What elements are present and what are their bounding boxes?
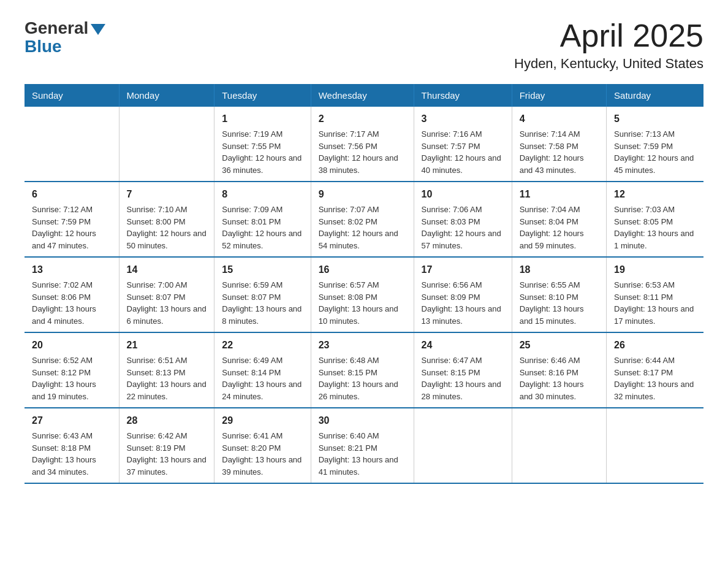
day-number: 10 xyxy=(422,187,504,202)
table-row: 15Sunrise: 6:59 AM Sunset: 8:07 PM Dayli… xyxy=(214,257,311,332)
logo-blue-text: Blue xyxy=(25,37,62,56)
day-info: Sunrise: 7:09 AM Sunset: 8:01 PM Dayligh… xyxy=(222,204,303,251)
day-number: 12 xyxy=(614,187,696,202)
day-number: 23 xyxy=(319,338,406,353)
day-info: Sunrise: 6:59 AM Sunset: 8:07 PM Dayligh… xyxy=(222,279,303,327)
table-row: 24Sunrise: 6:47 AM Sunset: 8:15 PM Dayli… xyxy=(414,332,512,408)
header-tuesday: Tuesday xyxy=(214,84,311,107)
day-info: Sunrise: 6:41 AM Sunset: 8:20 PM Dayligh… xyxy=(222,430,303,478)
table-row xyxy=(512,408,606,483)
day-number: 1 xyxy=(222,112,303,126)
day-number: 28 xyxy=(127,413,207,428)
calendar-week-row: 1Sunrise: 7:19 AM Sunset: 7:55 PM Daylig… xyxy=(25,107,703,182)
day-number: 20 xyxy=(32,338,112,353)
day-info: Sunrise: 7:12 AM Sunset: 7:59 PM Dayligh… xyxy=(32,204,112,251)
day-info: Sunrise: 6:51 AM Sunset: 8:13 PM Dayligh… xyxy=(127,354,207,402)
table-row: 25Sunrise: 6:46 AM Sunset: 8:16 PM Dayli… xyxy=(512,332,606,408)
calendar-week-row: 20Sunrise: 6:52 AM Sunset: 8:12 PM Dayli… xyxy=(25,332,703,408)
day-number: 8 xyxy=(222,187,303,202)
day-number: 25 xyxy=(520,338,599,353)
table-row: 20Sunrise: 6:52 AM Sunset: 8:12 PM Dayli… xyxy=(25,332,119,408)
table-row: 7Sunrise: 7:10 AM Sunset: 8:00 PM Daylig… xyxy=(119,182,214,257)
table-row: 4Sunrise: 7:14 AM Sunset: 7:58 PM Daylig… xyxy=(512,107,606,182)
day-info: Sunrise: 7:10 AM Sunset: 8:00 PM Dayligh… xyxy=(127,204,207,251)
day-info: Sunrise: 7:17 AM Sunset: 7:56 PM Dayligh… xyxy=(319,128,406,176)
day-number: 7 xyxy=(127,187,207,202)
title-section: April 2025 Hyden, Kentucky, United State… xyxy=(514,18,703,72)
day-number: 27 xyxy=(32,413,112,428)
table-row: 13Sunrise: 7:02 AM Sunset: 8:06 PM Dayli… xyxy=(25,257,119,332)
day-number: 9 xyxy=(319,187,406,202)
table-row: 30Sunrise: 6:40 AM Sunset: 8:21 PM Dayli… xyxy=(311,408,414,483)
day-number: 15 xyxy=(222,262,303,277)
table-row: 22Sunrise: 6:49 AM Sunset: 8:14 PM Dayli… xyxy=(214,332,311,408)
logo-general-text: General xyxy=(25,18,88,38)
table-row: 18Sunrise: 6:55 AM Sunset: 8:10 PM Dayli… xyxy=(512,257,606,332)
day-info: Sunrise: 7:03 AM Sunset: 8:05 PM Dayligh… xyxy=(614,204,696,251)
calendar-subtitle: Hyden, Kentucky, United States xyxy=(514,56,703,72)
day-info: Sunrise: 7:00 AM Sunset: 8:07 PM Dayligh… xyxy=(127,279,207,327)
table-row: 3Sunrise: 7:16 AM Sunset: 7:57 PM Daylig… xyxy=(414,107,512,182)
day-info: Sunrise: 6:56 AM Sunset: 8:09 PM Dayligh… xyxy=(422,279,504,327)
page-header: General Blue April 2025 Hyden, Kentucky,… xyxy=(25,18,703,72)
day-info: Sunrise: 7:13 AM Sunset: 7:59 PM Dayligh… xyxy=(614,128,696,176)
table-row xyxy=(25,107,119,182)
day-info: Sunrise: 6:42 AM Sunset: 8:19 PM Dayligh… xyxy=(127,430,207,478)
day-number: 5 xyxy=(614,112,696,126)
table-row xyxy=(607,408,703,483)
day-info: Sunrise: 7:07 AM Sunset: 8:02 PM Dayligh… xyxy=(319,204,406,251)
table-row: 10Sunrise: 7:06 AM Sunset: 8:03 PM Dayli… xyxy=(414,182,512,257)
table-row xyxy=(119,107,214,182)
table-row: 21Sunrise: 6:51 AM Sunset: 8:13 PM Dayli… xyxy=(119,332,214,408)
table-row: 5Sunrise: 7:13 AM Sunset: 7:59 PM Daylig… xyxy=(607,107,703,182)
day-number: 29 xyxy=(222,413,303,428)
day-number: 24 xyxy=(422,338,504,353)
table-row: 12Sunrise: 7:03 AM Sunset: 8:05 PM Dayli… xyxy=(607,182,703,257)
calendar-header: Sunday Monday Tuesday Wednesday Thursday… xyxy=(25,84,703,107)
header-row: Sunday Monday Tuesday Wednesday Thursday… xyxy=(25,84,703,107)
table-row: 23Sunrise: 6:48 AM Sunset: 8:15 PM Dayli… xyxy=(311,332,414,408)
calendar-week-row: 27Sunrise: 6:43 AM Sunset: 8:18 PM Dayli… xyxy=(25,408,703,483)
calendar-title: April 2025 xyxy=(514,18,703,53)
day-info: Sunrise: 7:04 AM Sunset: 8:04 PM Dayligh… xyxy=(520,204,599,251)
table-row: 29Sunrise: 6:41 AM Sunset: 8:20 PM Dayli… xyxy=(214,408,311,483)
table-row: 6Sunrise: 7:12 AM Sunset: 7:59 PM Daylig… xyxy=(25,182,119,257)
day-info: Sunrise: 7:06 AM Sunset: 8:03 PM Dayligh… xyxy=(422,204,504,251)
day-info: Sunrise: 6:53 AM Sunset: 8:11 PM Dayligh… xyxy=(614,279,696,327)
table-row: 17Sunrise: 6:56 AM Sunset: 8:09 PM Dayli… xyxy=(414,257,512,332)
day-info: Sunrise: 7:14 AM Sunset: 7:58 PM Dayligh… xyxy=(520,128,599,176)
day-number: 21 xyxy=(127,338,207,353)
table-row: 1Sunrise: 7:19 AM Sunset: 7:55 PM Daylig… xyxy=(214,107,311,182)
calendar-week-row: 13Sunrise: 7:02 AM Sunset: 8:06 PM Dayli… xyxy=(25,257,703,332)
table-row: 11Sunrise: 7:04 AM Sunset: 8:04 PM Dayli… xyxy=(512,182,606,257)
day-info: Sunrise: 6:46 AM Sunset: 8:16 PM Dayligh… xyxy=(520,354,599,402)
calendar-body: 1Sunrise: 7:19 AM Sunset: 7:55 PM Daylig… xyxy=(25,107,703,483)
day-number: 30 xyxy=(319,413,406,428)
table-row: 26Sunrise: 6:44 AM Sunset: 8:17 PM Dayli… xyxy=(607,332,703,408)
day-info: Sunrise: 6:47 AM Sunset: 8:15 PM Dayligh… xyxy=(422,354,504,402)
header-friday: Friday xyxy=(512,84,606,107)
day-number: 17 xyxy=(422,262,504,277)
day-number: 16 xyxy=(319,262,406,277)
day-info: Sunrise: 7:02 AM Sunset: 8:06 PM Dayligh… xyxy=(32,279,112,327)
day-number: 4 xyxy=(520,112,599,126)
day-number: 13 xyxy=(32,262,112,277)
day-info: Sunrise: 6:48 AM Sunset: 8:15 PM Dayligh… xyxy=(319,354,406,402)
day-info: Sunrise: 7:19 AM Sunset: 7:55 PM Dayligh… xyxy=(222,128,303,176)
day-number: 3 xyxy=(422,112,504,126)
day-info: Sunrise: 6:40 AM Sunset: 8:21 PM Dayligh… xyxy=(319,430,406,478)
day-info: Sunrise: 7:16 AM Sunset: 7:57 PM Dayligh… xyxy=(422,128,504,176)
header-wednesday: Wednesday xyxy=(311,84,414,107)
logo: General Blue xyxy=(25,18,105,56)
table-row: 19Sunrise: 6:53 AM Sunset: 8:11 PM Dayli… xyxy=(607,257,703,332)
day-info: Sunrise: 6:43 AM Sunset: 8:18 PM Dayligh… xyxy=(32,430,112,478)
table-row: 8Sunrise: 7:09 AM Sunset: 8:01 PM Daylig… xyxy=(214,182,311,257)
day-info: Sunrise: 6:52 AM Sunset: 8:12 PM Dayligh… xyxy=(32,354,112,402)
table-row: 16Sunrise: 6:57 AM Sunset: 8:08 PM Dayli… xyxy=(311,257,414,332)
day-number: 26 xyxy=(614,338,696,353)
logo-arrow-icon xyxy=(91,24,105,35)
day-number: 22 xyxy=(222,338,303,353)
day-info: Sunrise: 6:57 AM Sunset: 8:08 PM Dayligh… xyxy=(319,279,406,327)
day-number: 6 xyxy=(32,187,112,202)
calendar-table: Sunday Monday Tuesday Wednesday Thursday… xyxy=(25,84,703,484)
